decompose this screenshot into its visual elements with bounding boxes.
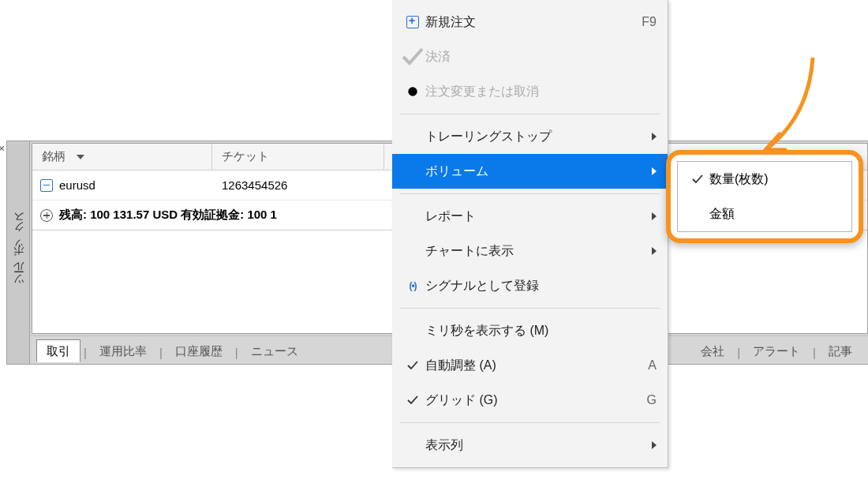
- menu-auto-fit[interactable]: 自動調整 (A) A: [392, 348, 668, 383]
- tab-sep: |: [82, 346, 88, 362]
- submenu-arrow-icon: [642, 244, 657, 258]
- menu-grid-shortcut: G: [631, 393, 657, 407]
- menu-modify: 注文変更または取消: [392, 74, 668, 109]
- menu-register-signal[interactable]: (•) シグナルとして登録: [392, 268, 668, 303]
- check-icon: [686, 173, 709, 185]
- svg-point-0: [408, 87, 417, 96]
- cell-ticket: 1263454526: [212, 178, 384, 192]
- menu-volumes-label: ボリューム: [425, 163, 642, 180]
- col-header-symbol[interactable]: 銘柄: [32, 144, 212, 170]
- menu-separator: [400, 422, 660, 423]
- menu-show-ms[interactable]: ミリ秒を表示する (M): [392, 313, 668, 348]
- tab-company[interactable]: 会社: [691, 340, 734, 362]
- menu-columns[interactable]: 表示列: [392, 428, 668, 463]
- check-icon: [400, 359, 425, 372]
- submenu-size-label: 数量(枚数): [709, 171, 844, 188]
- tab-trade[interactable]: 取引: [36, 339, 80, 362]
- menu-auto-fit-shortcut: A: [631, 358, 657, 373]
- tab-sep: |: [735, 346, 742, 362]
- menu-modify-label: 注文変更または取消: [425, 84, 657, 100]
- submenu-arrow-icon: [642, 164, 657, 178]
- expand-icon[interactable]: [40, 209, 53, 222]
- volumes-submenu-callout: 数量(枚数) 金額: [666, 150, 863, 243]
- tab-sep: |: [811, 346, 817, 362]
- menu-new-order-shortcut: F9: [631, 15, 657, 29]
- position-icon: [40, 179, 53, 192]
- tab-news[interactable]: ニュース: [241, 340, 308, 362]
- check-icon: [400, 394, 425, 406]
- tab-exposure[interactable]: 運用比率: [90, 340, 156, 362]
- symbol-text: eurusd: [59, 178, 95, 192]
- menu-new-order-label: 新規注文: [425, 14, 631, 31]
- col-header-symbol-label: 銘柄: [42, 149, 65, 164]
- menu-separator: [400, 193, 660, 194]
- tab-articles[interactable]: 記事: [819, 340, 862, 362]
- col-header-ticket[interactable]: チケット: [212, 144, 384, 170]
- check-icon: [400, 44, 425, 69]
- submenu-amount-label: 金額: [709, 206, 844, 223]
- menu-report[interactable]: レポート: [392, 199, 668, 234]
- volumes-submenu: 数量(枚数) 金額: [677, 161, 852, 232]
- tab-sep: |: [234, 346, 240, 362]
- menu-show-chart[interactable]: チャートに表示: [392, 234, 668, 268]
- menu-new-order[interactable]: 新規注文 F9: [392, 5, 668, 39]
- annotation-arrow-icon: [671, 54, 829, 164]
- menu-columns-label: 表示列: [425, 437, 642, 454]
- menu-trailing-stop[interactable]: トレーリングストップ: [392, 119, 668, 154]
- menu-settle: 決済: [392, 39, 668, 74]
- menu-settle-label: 決済: [425, 49, 657, 66]
- submenu-amount[interactable]: 金額: [678, 197, 851, 231]
- menu-separator: [400, 308, 660, 309]
- new-order-icon: [400, 16, 425, 28]
- menu-report-label: レポート: [425, 208, 642, 225]
- menu-auto-fit-label: 自動調整 (A): [425, 358, 631, 374]
- signal-icon: (•): [400, 280, 425, 291]
- menu-grid[interactable]: グリッド (G) G: [392, 383, 668, 418]
- menu-register-signal-label: シグナルとして登録: [425, 278, 657, 294]
- menu-volumes[interactable]: ボリューム: [392, 154, 668, 189]
- submenu-arrow-icon: [642, 129, 657, 144]
- menu-grid-label: グリッド (G): [425, 392, 631, 409]
- submenu-size[interactable]: 数量(枚数): [678, 162, 851, 197]
- col-header-ticket-label: チケット: [222, 149, 269, 164]
- gear-icon: [400, 79, 425, 104]
- tab-alerts[interactable]: アラート: [743, 340, 810, 362]
- tab-history[interactable]: 口座履歴: [166, 340, 232, 362]
- submenu-arrow-icon: [642, 209, 657, 223]
- panel-close-icon[interactable]: ×: [0, 142, 8, 152]
- sort-desc-icon: [77, 155, 84, 159]
- cell-symbol: eurusd: [32, 178, 212, 192]
- submenu-arrow-icon: [642, 438, 657, 452]
- menu-separator: [400, 114, 660, 114]
- vertical-tab-toolbox[interactable]: ツールボックス: [6, 140, 30, 365]
- tab-sep: |: [158, 346, 164, 362]
- menu-show-ms-label: ミリ秒を表示する (M): [425, 323, 657, 339]
- summary-text: 残高: 100 131.57 USD 有効証拠金: 100 1: [59, 208, 277, 223]
- context-menu: 新規注文 F9 決済 注文変更または取消 トレーリングストップ ボリューム レポ…: [392, 0, 668, 468]
- menu-show-chart-label: チャートに表示: [425, 243, 642, 260]
- menu-trailing-label: トレーリングストップ: [425, 129, 642, 145]
